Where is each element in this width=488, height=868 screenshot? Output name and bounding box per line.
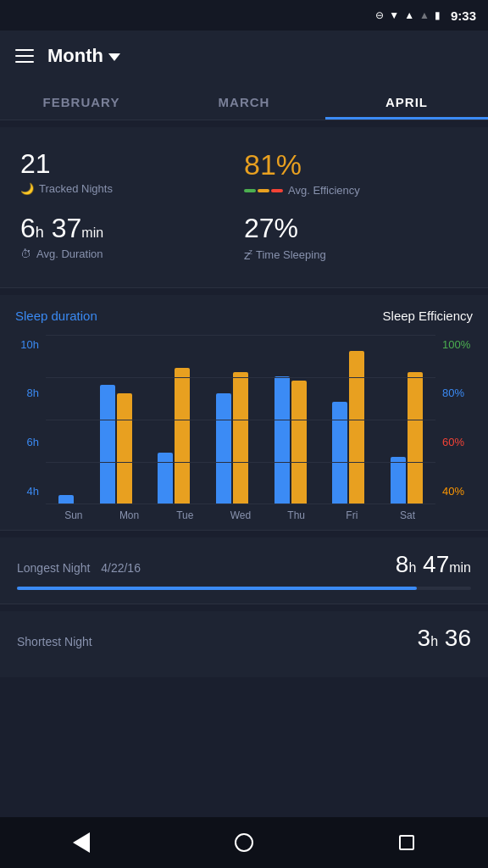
- bar-blue-sat: [391, 457, 406, 504]
- bar-group-mon: [100, 334, 132, 504]
- tab-march[interactable]: MARCH: [163, 81, 325, 120]
- tracked-nights-stat: 21 🌙 Tracked Nights: [20, 144, 244, 209]
- longest-night-label: Longest Night: [17, 561, 90, 575]
- x-label-fri: Fri: [335, 509, 369, 521]
- efficiency-bar-icon: [244, 189, 283, 192]
- avg-duration-stat: 6h 37min ⏱ Avg. Duration: [20, 209, 244, 273]
- month-title-label: Month: [47, 45, 103, 67]
- divider-2: [0, 530, 488, 531]
- status-bar: ⊖ ▼ ▲ ▲ ▮ 9:33: [0, 0, 488, 31]
- x-label-sun: Sun: [57, 509, 91, 521]
- x-label-thu: Thu: [280, 509, 313, 521]
- bar-group-tue: [158, 334, 190, 504]
- bar-blue-mon: [100, 385, 115, 504]
- bar-pair-tue: [158, 334, 190, 504]
- chart-section: Sleep duration Sleep Efficiency 10h 8h 6…: [0, 295, 488, 530]
- y-axis-right: 100% 80% 60% 40%: [435, 335, 473, 521]
- avg-efficiency-stat: 81% Avg. Efficiency: [244, 144, 468, 209]
- bar-group-sat: [391, 334, 423, 504]
- app-bar-title[interactable]: Month: [47, 45, 120, 67]
- bar-pair-fri: [332, 334, 364, 504]
- y-right-80: 80%: [442, 387, 464, 399]
- bars-area: SunMonTueWedThuFriSat: [46, 335, 435, 521]
- bar-orange-thu: [291, 381, 307, 504]
- clock-icon: ⏱: [20, 248, 31, 260]
- bar-group-sun: [58, 334, 74, 504]
- bar-group-fri: [332, 334, 364, 504]
- tab-february[interactable]: FEBRUARY: [0, 81, 163, 120]
- shortest-night-row: Shortest Night 3h 36: [17, 625, 471, 652]
- bar-blue-fri: [332, 402, 347, 504]
- chart-title-sleep-duration: Sleep duration: [15, 309, 97, 323]
- avg-duration-value: 6h 37min: [20, 214, 244, 243]
- time-sleeping-stat: 27% zz Time Sleeping: [244, 209, 468, 273]
- chart-header: Sleep duration Sleep Efficiency: [15, 309, 473, 323]
- y-label-4h: 4h: [27, 485, 39, 498]
- back-icon: [73, 832, 90, 853]
- x-label-wed: Wed: [224, 509, 258, 521]
- bar-blue-sun: [58, 495, 74, 504]
- status-time: 9:33: [451, 8, 476, 23]
- do-not-disturb-icon: ⊖: [375, 9, 384, 21]
- shortest-night-section: Shortest Night 3h 36: [0, 611, 488, 677]
- bar-orange-fri: [349, 351, 364, 504]
- status-icons: ⊖ ▼ ▲ ▲ ▮ 9:33: [375, 8, 476, 23]
- home-button[interactable]: [219, 817, 269, 868]
- avg-duration-label: ⏱ Avg. Duration: [20, 248, 244, 260]
- battery-icon: ▮: [435, 9, 441, 21]
- bar-pair-sat: [391, 334, 423, 504]
- signal-icon: ▲: [404, 9, 414, 21]
- stats-section: 21 🌙 Tracked Nights 81% Avg. Efficiency …: [0, 127, 488, 287]
- recents-icon: [399, 835, 414, 850]
- longest-night-progress-fill: [17, 587, 417, 590]
- y-label-10h: 10h: [20, 338, 39, 351]
- y-right-40: 40%: [442, 485, 464, 498]
- x-labels: SunMonTueWedThuFriSat: [46, 504, 435, 521]
- bar-pair-mon: [100, 334, 132, 504]
- chart-container: 10h 8h 6h 4h SunMonTueWedThuFriSat 100% …: [15, 335, 473, 521]
- signal2-icon: ▲: [419, 9, 430, 21]
- wifi-icon: ▼: [389, 9, 399, 21]
- x-label-sat: Sat: [391, 509, 424, 521]
- tab-april[interactable]: APRIL: [325, 81, 488, 120]
- avg-efficiency-label: Avg. Efficiency: [244, 184, 468, 197]
- avg-efficiency-value: 81%: [244, 149, 468, 181]
- bar-orange-mon: [117, 393, 132, 504]
- bar-blue-tue: [158, 453, 173, 504]
- y-right-100: 100%: [442, 338, 470, 351]
- bar-blue-wed: [216, 393, 231, 504]
- time-sleeping-label: zz Time Sleeping: [244, 248, 468, 262]
- chart-title-sleep-efficiency: Sleep Efficiency: [383, 309, 473, 323]
- bar-pair-sun: [58, 334, 74, 504]
- y-axis-left: 10h 8h 6h 4h: [15, 335, 46, 521]
- divider-1: [0, 287, 488, 288]
- shortest-night-label: Shortest Night: [17, 635, 92, 648]
- home-icon: [235, 833, 253, 852]
- moon-icon: 🌙: [20, 182, 34, 195]
- bar-orange-tue: [175, 368, 190, 504]
- hamburger-menu-button[interactable]: [15, 49, 34, 63]
- app-bar: Month: [0, 31, 488, 81]
- longest-night-date-val: 4/22/16: [101, 561, 141, 575]
- dropdown-arrow-icon: [108, 53, 120, 61]
- bar-orange-wed: [233, 372, 248, 504]
- x-label-mon: Mon: [113, 509, 147, 521]
- y-label-8h: 8h: [27, 387, 39, 399]
- shortest-night-value: 3h 36: [418, 625, 471, 652]
- longest-night-value: 8h 47min: [396, 551, 471, 578]
- bar-orange-sat: [408, 372, 423, 504]
- nav-bar: [0, 817, 488, 868]
- month-tabs: FEBRUARY MARCH APRIL: [0, 81, 488, 120]
- longest-night-progress: [17, 587, 471, 590]
- recents-button[interactable]: [381, 817, 432, 868]
- longest-night-date: [94, 561, 97, 575]
- bar-blue-thu: [274, 376, 290, 504]
- bar-group-thu: [274, 334, 307, 504]
- y-right-60: 60%: [442, 436, 464, 448]
- bar-group-wed: [216, 334, 248, 504]
- time-sleeping-value: 27%: [244, 214, 468, 243]
- longest-night-row: Longest Night 4/22/16 8h 47min: [17, 551, 471, 578]
- bar-pair-thu: [274, 334, 307, 504]
- tracked-nights-label: 🌙 Tracked Nights: [20, 182, 244, 195]
- back-button[interactable]: [56, 817, 107, 868]
